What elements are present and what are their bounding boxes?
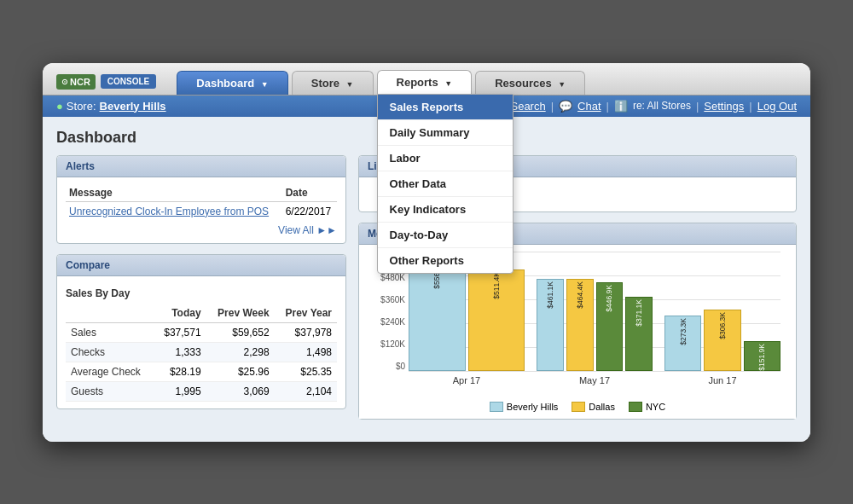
tab-reports-arrow: ▼ [444,79,452,88]
compare-row-guests-prevweek: 3,069 [206,381,275,401]
dropdown-item-other-reports[interactable]: Other Reports [378,248,513,273]
bar-bh-jun[interactable]: $273.3K [664,252,701,371]
y-label-2: $240K [366,317,409,327]
alerts-header: Alerts [57,156,345,177]
alert-message[interactable]: Unrecognized Clock-In Employee from POS [66,201,282,221]
y-label-3: $360K [366,295,409,304]
table-row: Sales $37,571 $59,652 $37,978 [66,322,337,342]
compare-row-sales-today: $37,571 [154,322,206,342]
compare-row-checks-label: Checks [66,342,154,362]
table-row: Unrecognized Clock-In Employee from POS … [66,201,337,221]
store-label: Store: [67,100,96,113]
sep3: | [696,100,699,113]
bar-nyc-jun[interactable]: $151.9K [744,252,780,371]
chart-legend: Beverly Hills Dallas NYC [366,397,789,412]
compare-row-avgcheck-label: Average Check [66,362,154,381]
tab-dashboard-arrow: ▼ [261,80,269,89]
app-window: ⊙NCR CONSOLE Dashboard ▼ Store ▼ Reports… [43,63,810,442]
bar-nyc-may[interactable]: $446.9K [596,252,624,371]
bar-dallas-may[interactable]: $464.4K [566,252,594,371]
compare-row-checks-prevweek: 2,298 [206,342,275,362]
search-link[interactable]: Search [510,100,545,113]
alerts-box: Alerts Message Date Unreco [56,155,346,244]
legend-dallas: Dallas [572,402,615,412]
y-label-4: $480K [366,273,409,282]
x-label-jun: Jun 17 [664,373,780,385]
reports-dropdown: Sales Reports Daily Summary Labor Other … [377,94,514,274]
legend-nyc-color [629,402,642,412]
bar-group-jun: $273.3K $306.3K [664,252,780,371]
ncr-logo: ⊙NCR [56,74,96,90]
info-icon: ℹ️ [614,100,628,113]
sep2: | [606,100,609,113]
dropdown-item-key-indicators[interactable]: Key Indicators [378,197,513,223]
alerts-col-date: Date [282,184,337,202]
y-label-0: $0 [366,362,409,371]
table-row: Checks 1,333 2,298 1,498 [66,342,337,362]
x-label-may: May 17 [537,373,653,385]
alerts-body: Message Date Unrecognized Clock-In Emplo… [57,177,345,243]
view-all-link[interactable]: View All ►► [66,221,337,236]
store-indicator: ● [56,100,63,113]
tab-store-arrow: ▼ [346,80,354,89]
dropdown-item-sales-reports[interactable]: Sales Reports [378,95,513,120]
dropdown-item-other-data[interactable]: Other Data [378,171,513,197]
bar-group-may: $461.1K $464.4K [537,252,653,371]
console-logo: CONSOLE [101,74,156,89]
store-name-link[interactable]: Beverly Hills [100,100,166,113]
sep1: | [551,100,554,113]
logout-link[interactable]: Log Out [757,100,797,113]
compare-row-guests-prevyear: 2,104 [275,381,337,401]
compare-row-checks-prevyear: 1,498 [275,342,337,362]
legend-bh-color [490,402,503,412]
tab-resources-arrow: ▼ [558,80,566,89]
compare-row-avgcheck-prevyear: $25.35 [275,362,337,381]
logo-area: ⊙NCR CONSOLE [56,74,156,95]
compare-box: Compare Sales By Day Today Prev Week Pre… [56,254,346,409]
bar-bh-may[interactable]: $461.1K [537,252,564,371]
legend-bh-label: Beverly Hills [507,402,559,412]
compare-col-prevweek: Prev Week [206,304,275,323]
sep4: | [749,100,751,113]
compare-col-empty [66,304,154,323]
table-row: Guests 1,995 3,069 2,104 [66,381,337,401]
compare-row-sales-label: Sales [66,322,154,342]
compare-row-avgcheck-prevweek: $25.96 [206,362,275,381]
legend-bh: Beverly Hills [490,402,559,412]
compare-row-guests-today: 1,995 [154,381,206,401]
settings-link[interactable]: Settings [704,100,744,113]
right-links: 🔍 Search | 💬 Chat | ℹ️ re: All Stores | … [491,100,797,113]
bar-dallas-jun[interactable]: $306.3K [704,252,740,371]
compare-col-today: Today [154,304,206,323]
chat-link[interactable]: Chat [577,100,601,113]
bar-nyc2-may[interactable]: $371.1K [625,252,653,371]
compare-col-prevyear: Prev Year [275,304,337,323]
legend-dallas-label: Dallas [589,402,615,412]
compare-header: Compare [57,255,345,276]
store-context: re: All Stores [633,100,691,112]
table-row: Average Check $28.19 $25.96 $25.35 [66,362,337,381]
compare-row-sales-prevyear: $37,978 [275,322,337,342]
tab-reports[interactable]: Reports ▼ Sales Reports Daily Summary La… [377,70,473,95]
compare-body: Sales By Day Today Prev Week Prev Year [57,276,345,408]
compare-row-avgcheck-today: $28.19 [154,362,206,381]
tab-resources[interactable]: Resources ▼ [475,71,585,95]
compare-table: Today Prev Week Prev Year Sales $37,571 … [66,304,337,402]
x-label-apr: Apr 17 [409,373,525,385]
dropdown-item-daily-summary[interactable]: Daily Summary [378,120,513,146]
dropdown-item-day-to-day[interactable]: Day-to-Day [378,223,513,248]
tab-store[interactable]: Store ▼ [292,71,374,95]
alert-date: 6/22/2017 [282,201,337,221]
legend-nyc-label: NYC [646,402,665,412]
top-nav: ⊙NCR CONSOLE Dashboard ▼ Store ▼ Reports… [43,63,810,96]
tab-dashboard[interactable]: Dashboard ▼ [177,71,287,95]
left-col: Alerts Message Date Unreco [56,155,346,430]
alerts-table: Message Date Unrecognized Clock-In Emplo… [66,184,337,221]
legend-nyc: NYC [629,402,665,412]
store-info: ● Store: Beverly Hills [56,100,166,113]
chat-icon: 💬 [559,100,572,113]
compare-row-checks-today: 1,333 [154,342,206,362]
dropdown-item-labor[interactable]: Labor [378,146,513,171]
x-labels: Apr 17 May 17 Jun 17 [409,373,780,385]
alerts-col-message: Message [66,184,282,202]
